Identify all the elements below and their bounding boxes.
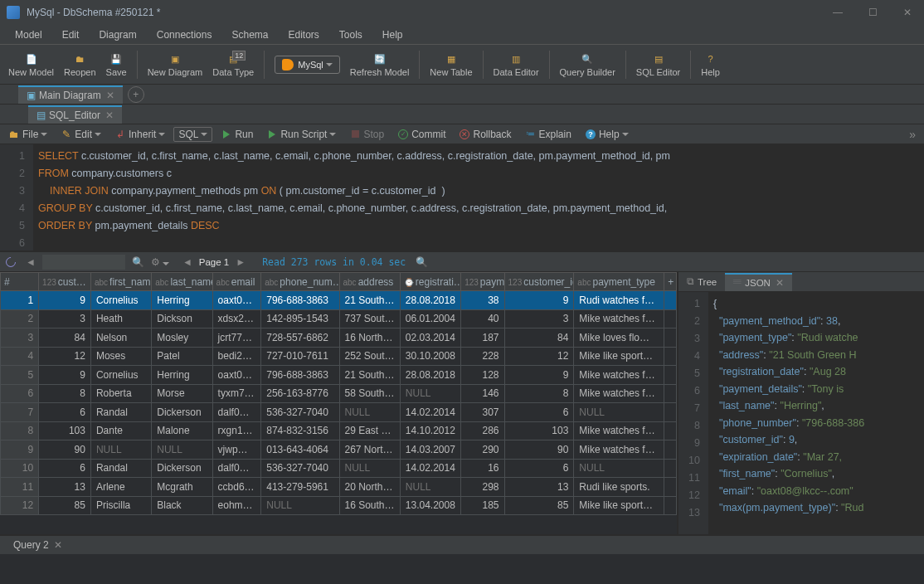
run-button[interactable]: Run [216, 127, 258, 142]
cell[interactable]: 286 [461, 421, 504, 440]
page-next-icon[interactable]: ► [236, 256, 246, 268]
cell[interactable]: 8 [504, 384, 574, 403]
col-header[interactable]: 123customer_id [504, 273, 574, 291]
cell[interactable]: 796-688-3863 [261, 366, 339, 385]
cell[interactable]: Cornelius [90, 291, 151, 310]
cell[interactable]: tyxm7… [212, 384, 261, 403]
cell[interactable]: NULL [152, 440, 212, 460]
row-number[interactable]: 10 [1, 459, 39, 478]
cell[interactable]: Randal [90, 459, 151, 478]
cell[interactable]: Dante [90, 421, 151, 440]
cell[interactable]: Heath [90, 309, 151, 328]
cell[interactable]: Roberta [90, 384, 151, 403]
cell[interactable]: 84 [39, 328, 91, 348]
cell[interactable]: NULL [400, 478, 460, 497]
stop-button[interactable]: Stop [344, 127, 389, 142]
menu-help[interactable]: Help [374, 27, 411, 42]
col-header[interactable]: # [1, 273, 39, 291]
cell[interactable]: 28.08.2018 [400, 366, 460, 385]
cell[interactable]: 9 [39, 366, 91, 385]
col-header[interactable]: abclast_name [152, 273, 212, 291]
cell[interactable]: Mosley [152, 328, 212, 348]
col-header[interactable]: abcaddress [339, 273, 400, 291]
cell[interactable]: Dickerson [152, 459, 212, 478]
menu-tools[interactable]: Tools [331, 27, 371, 42]
cell[interactable]: Priscilla [90, 496, 151, 515]
col-header[interactable]: abcphone_num… [261, 273, 339, 291]
cell[interactable]: 874-832-3156 [261, 421, 339, 440]
cell[interactable]: 727-010-7611 [261, 347, 339, 366]
explain-button[interactable]: ≔Explain [520, 127, 576, 142]
cell[interactable]: 38 [461, 291, 504, 310]
row-number[interactable]: 1 [1, 291, 39, 310]
cell[interactable]: 536-327-7040 [261, 403, 339, 422]
cell[interactable]: Mike like sport… [574, 347, 664, 366]
cell[interactable]: 103 [504, 421, 574, 440]
toolbtn-save[interactable]: 💾Save [101, 50, 132, 79]
cell[interactable]: Moses [90, 347, 151, 366]
cell[interactable]: 29 East G… [339, 421, 400, 440]
col-header[interactable]: 123cust… [39, 273, 91, 291]
cell[interactable]: 3 [504, 309, 574, 328]
cell[interactable]: 85 [39, 496, 91, 515]
cell[interactable]: Arlene [90, 478, 151, 497]
cell[interactable]: 3 [39, 309, 91, 328]
cell[interactable]: 298 [461, 478, 504, 497]
cell[interactable]: 185 [461, 496, 504, 515]
cell[interactable]: 103 [39, 421, 91, 440]
cell[interactable]: 9 [504, 291, 574, 310]
cell[interactable]: 14.02.2014 [400, 459, 460, 478]
cell[interactable]: 21 South… [339, 291, 400, 310]
cell[interactable]: 307 [461, 403, 504, 422]
cell[interactable]: Morse [152, 384, 212, 403]
cell[interactable]: 85 [504, 496, 574, 515]
close-tab-icon[interactable]: ✕ [105, 110, 114, 121]
close-tab-icon[interactable]: ✕ [106, 90, 114, 101]
toolbtn-new-table[interactable]: ▦New Table [425, 50, 477, 79]
tab-main-diagram[interactable]: ▣ Main Diagram ✕ [18, 85, 123, 104]
toolbtn-new-diagram[interactable]: ▣New Diagram [143, 50, 208, 79]
toolbtn-data-editor[interactable]: ▥Data Editor [489, 50, 544, 79]
cell[interactable]: Rudi like sports. [574, 478, 664, 497]
json-code[interactable]: { "payment_method_id": 38, "payment_type… [708, 292, 864, 534]
zoom-icon[interactable]: 🔍 [416, 256, 428, 268]
cell[interactable]: 9 [504, 366, 574, 385]
run-script-button[interactable]: Run Script [261, 127, 341, 142]
cell[interactable]: 16 North… [339, 328, 400, 348]
cell[interactable]: 40 [461, 309, 504, 328]
menu-editors[interactable]: Editors [280, 27, 327, 42]
menu-model[interactable]: Model [7, 27, 51, 42]
sql-dropdown[interactable]: SQL [173, 127, 212, 142]
cell[interactable]: 142-895-1543 [261, 309, 339, 328]
cell[interactable]: 6 [504, 459, 574, 478]
tab-sql-editor[interactable]: ▤ SQL_Editor ✕ [28, 105, 122, 124]
cell[interactable]: oaxt08… [212, 291, 261, 310]
cell[interactable]: 6 [39, 459, 91, 478]
cell[interactable]: 728-557-6862 [261, 328, 339, 348]
toolbtn-sql-editor[interactable]: ▤SQL Editor [631, 50, 685, 79]
file-menu[interactable]: 🖿File [3, 127, 52, 142]
cell[interactable]: vjwp@… [212, 440, 261, 460]
cell[interactable]: 9 [39, 291, 91, 310]
cell[interactable]: 28.08.2018 [400, 291, 460, 310]
cell[interactable]: Mike like sport… [574, 496, 664, 515]
cell[interactable]: Nelson [90, 328, 151, 348]
toolbtn-query-builder[interactable]: 🔍Query Builder [555, 50, 620, 79]
col-header[interactable]: 123paym… [461, 273, 504, 291]
menu-connections[interactable]: Connections [148, 27, 221, 42]
col-header[interactable]: ⌚registrati… [400, 273, 460, 291]
cell[interactable]: NULL [261, 496, 339, 515]
cell[interactable]: Mike watches f… [574, 384, 664, 403]
col-header[interactable]: abcpayment_type [574, 273, 664, 291]
toolbtn-new-model[interactable]: 📄New Model [3, 50, 59, 79]
row-number[interactable]: 7 [1, 403, 39, 422]
col-header[interactable]: abcemail [212, 273, 261, 291]
cell[interactable]: rxgn16… [212, 421, 261, 440]
cell[interactable]: 146 [461, 384, 504, 403]
cell[interactable]: 228 [461, 347, 504, 366]
close-tab-icon[interactable]: ✕ [54, 539, 62, 551]
search-icon[interactable]: 🔍 [132, 256, 144, 268]
more-icon[interactable]: » [904, 128, 921, 141]
cell[interactable]: bedi26… [212, 347, 261, 366]
cell[interactable]: 21 South… [339, 366, 400, 385]
